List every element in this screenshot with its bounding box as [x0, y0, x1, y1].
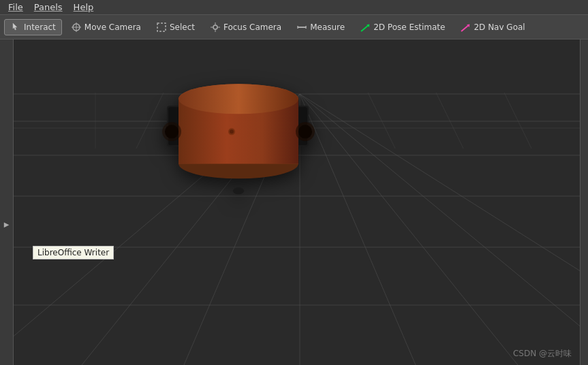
right-scrollbar[interactable]: [580, 39, 588, 365]
robot-model: [160, 44, 317, 196]
svg-line-34: [368, 93, 395, 148]
viewport-container: ▶: [0, 39, 588, 365]
select-label: Select: [170, 22, 195, 32]
libreoffice-label: LibreOffice Writer: [33, 246, 114, 259]
svg-line-27: [300, 94, 518, 365]
watermark: CSDN @云时味: [513, 348, 572, 360]
select-icon: [156, 22, 167, 33]
panel-toggle[interactable]: ▶: [2, 219, 12, 229]
interact-button[interactable]: Interact: [4, 19, 62, 35]
svg-line-29: [300, 94, 580, 365]
svg-line-32: [136, 93, 164, 148]
svg-line-26: [300, 94, 416, 365]
svg-line-36: [504, 93, 531, 148]
toolbar: Interact Move Camera Select: [0, 15, 588, 39]
focus-camera-button[interactable]: Focus Camera: [204, 19, 288, 35]
nav-goal-icon: [460, 22, 471, 33]
select-button[interactable]: Select: [150, 19, 201, 35]
svg-point-4: [213, 25, 217, 29]
left-panel: ▶: [0, 39, 14, 365]
pose-estimate-label: 2D Pose Estimate: [373, 22, 445, 32]
menubar: File Panels Help: [0, 0, 588, 15]
move-camera-label: Move Camera: [84, 22, 141, 32]
interact-label: Interact: [24, 22, 56, 32]
move-camera-button[interactable]: Move Camera: [65, 19, 147, 35]
svg-point-52: [165, 125, 179, 138]
move-camera-icon: [71, 22, 82, 33]
svg-point-37: [233, 187, 244, 194]
measure-icon: [296, 22, 307, 33]
menu-panels[interactable]: Panels: [29, 1, 68, 14]
measure-label: Measure: [310, 22, 345, 32]
svg-rect-3: [157, 23, 166, 31]
nav-goal-label: 2D Nav Goal: [474, 22, 525, 32]
svg-line-35: [436, 93, 463, 148]
pose-estimate-button[interactable]: 2D Pose Estimate: [354, 19, 451, 35]
measure-button[interactable]: Measure: [290, 19, 351, 35]
svg-point-48: [230, 129, 234, 133]
svg-line-28: [300, 94, 580, 365]
svg-point-46: [179, 84, 298, 114]
nav-goal-button[interactable]: 2D Nav Goal: [454, 19, 531, 35]
focus-camera-label: Focus Camera: [223, 22, 281, 32]
pose-estimate-icon: [360, 22, 371, 33]
focus-camera-icon: [210, 22, 221, 33]
3d-viewport[interactable]: LibreOffice Writer CSDN @云时味: [14, 39, 580, 365]
interact-icon: [10, 22, 21, 33]
menu-help[interactable]: Help: [68, 1, 99, 14]
menu-file[interactable]: File: [3, 1, 29, 14]
svg-point-50: [298, 125, 312, 138]
